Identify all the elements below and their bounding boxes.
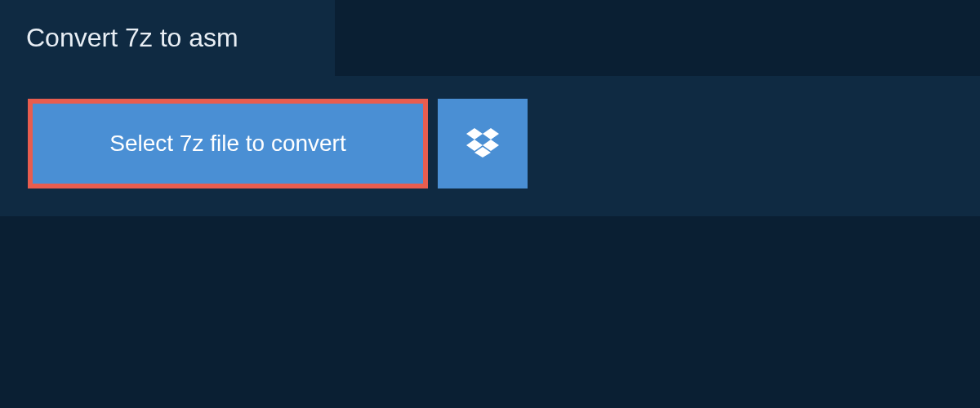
page-title: Convert 7z to asm <box>26 23 309 53</box>
button-row: Select 7z file to convert <box>28 99 952 188</box>
dropbox-source-button[interactable] <box>438 99 528 188</box>
select-file-button[interactable]: Select 7z file to convert <box>28 99 428 188</box>
header-tab: Convert 7z to asm <box>0 0 335 76</box>
dropbox-icon <box>466 128 499 160</box>
select-file-label: Select 7z file to convert <box>109 131 345 157</box>
main-panel: Select 7z file to convert <box>0 76 980 216</box>
